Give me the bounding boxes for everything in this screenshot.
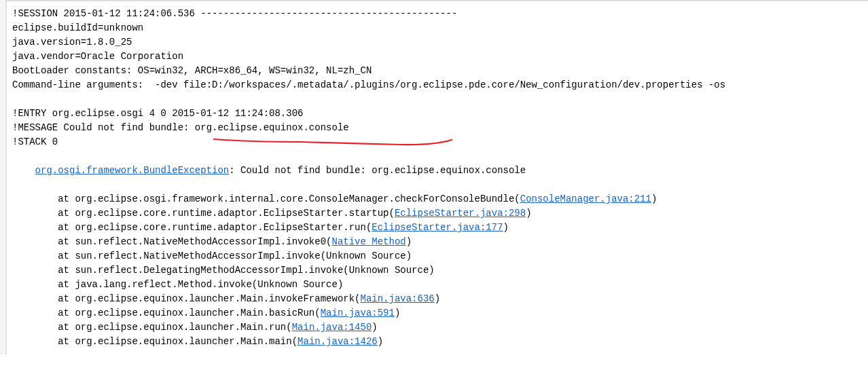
stack-frame-suffix: ) <box>372 322 377 333</box>
stack-frame-text: at sun.reflect.DelegatingMethodAccessorI… <box>12 265 435 276</box>
stack-frame-text: at org.eclipse.equinox.launcher.Main.mai… <box>12 336 297 347</box>
stack-frame-text: at org.eclipse.osgi.framework.internal.c… <box>12 193 520 204</box>
cmd-args: Command-line arguments: -dev file:D:/wor… <box>12 78 863 92</box>
stack-frame: at org.eclipse.osgi.framework.internal.c… <box>12 192 863 206</box>
stack-frame-text: at org.eclipse.equinox.launcher.Main.run… <box>12 322 292 333</box>
blank-line <box>12 92 863 107</box>
stack-frame-text: at sun.reflect.NativeMethodAccessorImpl.… <box>12 251 412 261</box>
source-link[interactable]: Main.java:636 <box>360 293 434 304</box>
stack-frame: at org.eclipse.core.runtime.adaptor.Ecli… <box>12 221 863 235</box>
stack-frame-suffix: ) <box>526 208 531 219</box>
bootloader: BootLoader constants: OS=win32, ARCH=x86… <box>12 64 863 78</box>
source-link[interactable]: Main.java:1426 <box>297 336 378 347</box>
top-border <box>7 0 868 1</box>
stack-frame: at org.eclipse.equinox.launcher.Main.bas… <box>12 306 863 320</box>
java-version: java.version=1.8.0_25 <box>12 35 863 50</box>
stack-frame-suffix: ) <box>378 336 383 347</box>
exception-message: : Could not find bundle: org.eclipse.equ… <box>229 165 526 176</box>
stack-frame-suffix: ) <box>406 236 412 247</box>
source-link[interactable]: Native Method <box>331 236 405 247</box>
source-link[interactable]: EclipseStarter.java:177 <box>372 222 503 233</box>
stack-frame: at org.eclipse.core.runtime.adaptor.Ecli… <box>12 206 863 221</box>
stack-marker: !STACK 0 <box>12 135 863 149</box>
stack-frame: at sun.reflect.NativeMethodAccessorImpl.… <box>12 235 863 249</box>
stack-frame: at org.eclipse.equinox.launcher.Main.inv… <box>12 292 863 306</box>
source-link[interactable]: Main.java:591 <box>321 308 395 318</box>
stack-trace: at org.eclipse.osgi.framework.internal.c… <box>12 192 863 349</box>
message-line: !MESSAGE Could not find bundle: org.ecli… <box>12 121 863 135</box>
stack-frame-suffix: ) <box>395 308 400 318</box>
stack-frame-suffix: ) <box>651 193 657 204</box>
java-vendor: java.vendor=Oracle Corporation <box>12 50 863 64</box>
stack-frame-text: at java.lang.reflect.Method.invoke(Unkno… <box>12 279 343 290</box>
stack-frame: at sun.reflect.NativeMethodAccessorImpl.… <box>12 249 863 263</box>
stack-frame: at sun.reflect.DelegatingMethodAccessorI… <box>12 263 863 278</box>
stack-frame: at org.eclipse.equinox.launcher.Main.mai… <box>12 335 863 349</box>
stack-frame-text: at org.eclipse.equinox.launcher.Main.bas… <box>12 308 321 318</box>
source-link[interactable]: ConsoleManager.java:211 <box>520 193 651 204</box>
left-gutter <box>0 0 7 354</box>
exception-class-link[interactable]: org.osgi.framework.BundleException <box>35 165 230 176</box>
source-link[interactable]: EclipseStarter.java:298 <box>395 208 526 219</box>
stack-frame-suffix: ) <box>435 293 440 304</box>
entry-line: !ENTRY org.eclipse.osgi 4 0 2015-01-12 1… <box>12 107 863 121</box>
source-link[interactable]: Main.java:1450 <box>292 322 372 333</box>
session-header: !SESSION 2015-01-12 11:24:06.536 -------… <box>12 7 863 21</box>
stack-frame-text: at org.eclipse.core.runtime.adaptor.Ecli… <box>12 222 372 233</box>
console-content: !SESSION 2015-01-12 11:24:06.536 -------… <box>12 3 863 349</box>
stack-frame: at org.eclipse.equinox.launcher.Main.run… <box>12 320 863 335</box>
exception-line: org.osgi.framework.BundleException: Coul… <box>12 149 863 192</box>
build-id: eclipse.buildId=unknown <box>12 21 863 35</box>
stack-frame-text: at org.eclipse.equinox.launcher.Main.inv… <box>12 293 360 304</box>
stack-frame-text: at sun.reflect.NativeMethodAccessorImpl.… <box>12 236 331 247</box>
stack-frame: at java.lang.reflect.Method.invoke(Unkno… <box>12 278 863 292</box>
stack-frame-suffix: ) <box>503 222 509 233</box>
stack-frame-text: at org.eclipse.core.runtime.adaptor.Ecli… <box>12 208 395 219</box>
